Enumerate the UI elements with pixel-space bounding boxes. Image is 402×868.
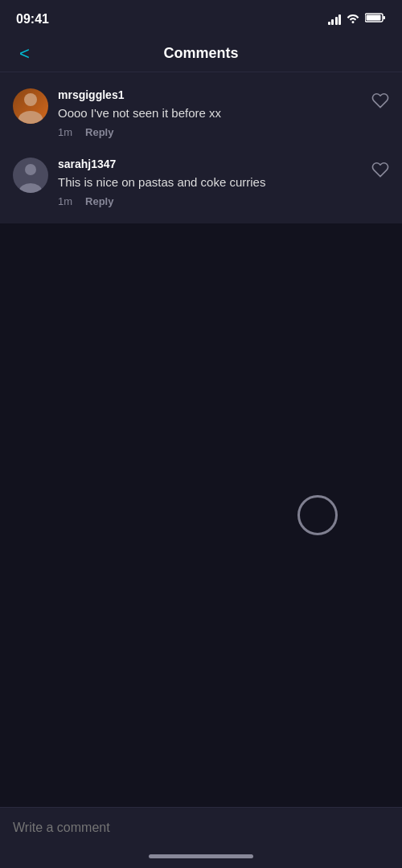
comment-item: sarahj1347 This is nice on pastas and co…	[0, 148, 402, 217]
status-bar: 09:41	[0, 0, 402, 35]
comments-header: < Comments	[0, 35, 402, 72]
avatar	[13, 88, 48, 124]
heart-button[interactable]	[371, 92, 389, 109]
home-indicator	[0, 848, 402, 868]
comment-content: mrsgiggles1 Oooo I've not seen it before…	[58, 88, 389, 138]
comment-input-area	[0, 807, 402, 848]
svg-rect-1	[367, 15, 381, 21]
comments-section: mrsgiggles1 Oooo I've not seen it before…	[0, 72, 402, 223]
svg-rect-2	[384, 16, 386, 19]
comment-text: This is nice on pastas and coke curries	[58, 174, 389, 190]
signal-icon	[328, 14, 342, 25]
comment-text: Oooo I've not seen it before xx	[58, 104, 389, 121]
back-button[interactable]: <	[13, 40, 36, 68]
comment-input[interactable]	[13, 817, 389, 838]
wifi-icon	[346, 12, 360, 27]
status-time: 09:41	[16, 12, 49, 27]
reply-button[interactable]: Reply	[85, 195, 113, 207]
loading-circle	[297, 495, 338, 535]
comment-content: sarahj1347 This is nice on pastas and co…	[58, 158, 389, 207]
comment-meta: 1m Reply	[58, 195, 389, 207]
heart-button[interactable]	[371, 161, 389, 178]
status-icons	[328, 12, 387, 27]
battery-icon	[365, 12, 386, 27]
comment-username: mrsgiggles1	[58, 88, 389, 101]
comment-username: sarahj1347	[58, 158, 389, 170]
reply-button[interactable]: Reply	[85, 126, 113, 138]
avatar	[13, 158, 48, 193]
header-title: Comments	[163, 45, 238, 62]
main-content	[0, 223, 402, 807]
comment-time: 1m	[58, 126, 72, 138]
home-bar	[149, 854, 253, 858]
comment-time: 1m	[58, 195, 72, 207]
comment-item: mrsgiggles1 Oooo I've not seen it before…	[0, 79, 402, 148]
comment-meta: 1m Reply	[58, 126, 389, 138]
